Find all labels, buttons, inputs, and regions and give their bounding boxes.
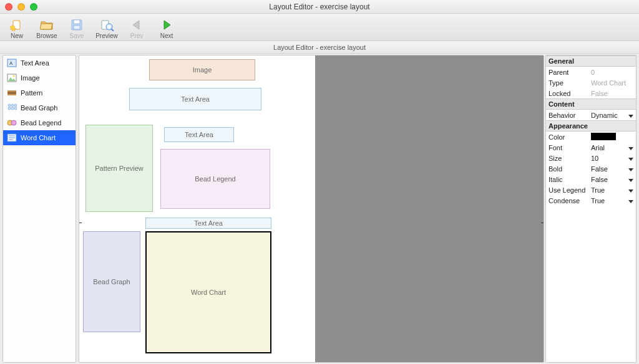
prev-icon xyxy=(129,18,144,32)
window-title: Layout Editor - exercise layout xyxy=(0,2,639,11)
svg-marker-11 xyxy=(164,21,170,29)
chevron-down-icon xyxy=(628,200,633,203)
canvas-box-label: Word Chart xyxy=(191,289,226,296)
chevron-down-icon xyxy=(628,168,633,171)
section-content: Content xyxy=(546,98,636,110)
canvas-box-word-chart[interactable]: Word Chart xyxy=(145,231,271,353)
prev-label: Prev xyxy=(130,32,144,39)
next-label: Next xyxy=(160,32,173,39)
palette-item-label: Word Chart xyxy=(21,134,56,141)
image-icon xyxy=(7,73,17,83)
svg-rect-4 xyxy=(74,20,80,24)
canvas-box-textarea-2[interactable]: Text Area xyxy=(164,127,234,142)
main-area: A Text Area Image Pattern Bead Graph Bea… xyxy=(0,54,639,364)
prop-font[interactable]: FontArial xyxy=(546,142,636,153)
canvas-box-image[interactable]: Image xyxy=(149,59,255,80)
canvas-box-label: Bead Graph xyxy=(93,278,130,285)
palette-item-pattern[interactable]: Pattern xyxy=(3,85,76,100)
svg-point-20 xyxy=(8,104,11,107)
svg-rect-18 xyxy=(7,90,16,92)
palette-item-bead-graph[interactable]: Bead Graph xyxy=(3,100,76,115)
prop-condense[interactable]: CondenseTrue xyxy=(546,195,636,206)
svg-rect-5 xyxy=(74,26,80,29)
preview-label: Preview xyxy=(95,32,118,39)
prev-button[interactable]: Prev xyxy=(124,18,150,39)
canvas-box-label: Pattern Preview xyxy=(95,165,144,172)
folder-icon xyxy=(39,18,54,32)
palette-item-label: Bead Legend xyxy=(21,119,61,127)
palette-item-label: Pattern xyxy=(21,89,42,97)
ruler-tick-left xyxy=(79,223,82,223)
svg-point-24 xyxy=(11,107,14,110)
color-swatch[interactable] xyxy=(591,133,616,140)
svg-point-23 xyxy=(8,107,11,110)
canvas-box-label: Text Area xyxy=(181,95,210,103)
svg-point-21 xyxy=(11,104,14,107)
palette-item-label: Image xyxy=(21,74,40,82)
prop-italic[interactable]: ItalicFalse xyxy=(546,174,636,184)
canvas-box-label: Image xyxy=(193,66,212,74)
word-chart-icon xyxy=(7,133,17,143)
chevron-down-icon xyxy=(628,158,633,161)
ruler-tick-right xyxy=(541,223,544,223)
document-subtitle-bar: Layout Editor - exercise layout xyxy=(0,41,639,54)
offpage-area xyxy=(315,55,544,362)
svg-text:A: A xyxy=(9,60,13,66)
pattern-icon xyxy=(7,88,17,98)
chevron-down-icon xyxy=(628,115,633,118)
chevron-down-icon xyxy=(628,147,633,150)
svg-point-25 xyxy=(14,107,17,110)
svg-rect-19 xyxy=(7,94,16,95)
preview-button[interactable]: Preview xyxy=(94,18,120,39)
canvas-box-label: Bead Legend xyxy=(195,175,235,183)
prop-locked: LockedFalse xyxy=(546,88,636,98)
canvas-box-bead-graph[interactable]: Bead Graph xyxy=(83,231,140,332)
svg-point-16 xyxy=(13,75,15,77)
text-area-icon: A xyxy=(7,58,17,68)
save-button[interactable]: Save xyxy=(64,18,90,39)
prop-use-legend[interactable]: Use LegendTrue xyxy=(546,184,636,195)
prop-color[interactable]: Color xyxy=(546,132,636,142)
layout-canvas[interactable]: Image Text Area Text Area Pattern Previe… xyxy=(79,55,544,363)
svg-point-27 xyxy=(11,120,16,125)
canvas-box-textarea-3[interactable]: Text Area xyxy=(145,218,271,229)
document-subtitle: Layout Editor - exercise layout xyxy=(273,44,366,51)
preview-icon xyxy=(99,18,114,32)
property-panel: General Parent0 TypeWord Chart LockedFal… xyxy=(545,55,637,363)
canvas-box-bead-legend[interactable]: Bead Legend xyxy=(160,149,270,209)
browse-button[interactable]: Browse xyxy=(34,18,60,39)
prop-behavior[interactable]: BehaviorDynamic xyxy=(546,110,636,120)
save-icon xyxy=(69,18,84,32)
canvas-box-label: Text Area xyxy=(185,131,213,138)
chevron-down-icon xyxy=(628,189,633,193)
palette-item-label: Bead Graph xyxy=(21,104,57,112)
canvas-box-pattern-preview[interactable]: Pattern Preview xyxy=(85,125,153,212)
bead-graph-icon xyxy=(7,103,17,113)
prop-bold[interactable]: BoldFalse xyxy=(546,163,636,174)
next-icon xyxy=(159,18,174,32)
new-icon xyxy=(9,18,24,32)
palette-item-word-chart[interactable]: Word Chart xyxy=(3,130,76,145)
section-general: General xyxy=(546,55,636,67)
palette-item-bead-legend[interactable]: Bead Legend xyxy=(3,115,76,130)
section-appearance: Appearance xyxy=(546,120,636,132)
prop-size[interactable]: Size10 xyxy=(546,153,636,163)
palette-item-label: Text Area xyxy=(21,59,49,67)
palette-item-image[interactable]: Image xyxy=(3,70,76,85)
canvas-box-label: Text Area xyxy=(194,219,223,227)
palette-item-text-area[interactable]: A Text Area xyxy=(3,55,76,70)
titlebar: Layout Editor - exercise layout xyxy=(0,0,639,14)
chevron-down-icon xyxy=(628,179,633,182)
next-button[interactable]: Next xyxy=(154,18,180,39)
svg-line-9 xyxy=(111,29,114,31)
canvas-box-textarea-1[interactable]: Text Area xyxy=(129,88,261,110)
new-button[interactable]: New xyxy=(4,18,30,39)
browse-label: Browse xyxy=(36,32,57,39)
toolbar: New Browse Save Preview Prev Next xyxy=(0,14,639,41)
save-label: Save xyxy=(70,32,84,39)
prop-type: TypeWord Chart xyxy=(546,77,636,88)
new-label: New xyxy=(11,32,23,39)
svg-marker-10 xyxy=(133,21,139,29)
prop-parent: Parent0 xyxy=(546,67,636,77)
bead-legend-icon xyxy=(7,118,17,128)
